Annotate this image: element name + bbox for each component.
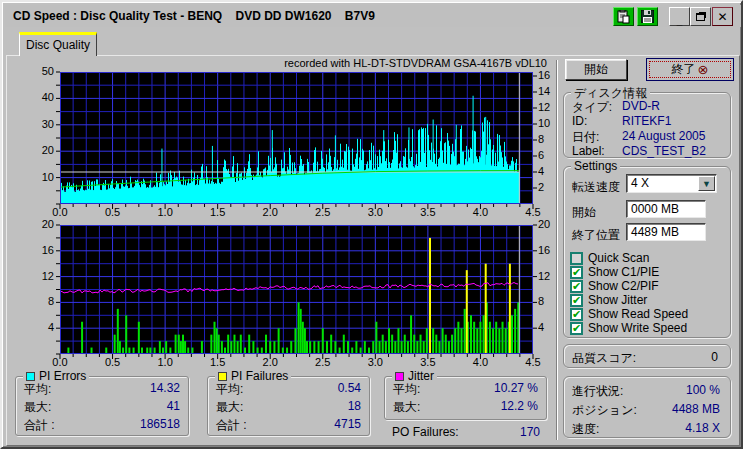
checkbox[interactable]: ✔ — [570, 280, 583, 293]
tab-disc-quality[interactable]: Disc Quality — [19, 32, 97, 56]
app-window: CD Speed : Disc Quality Test - BENQ DVD … — [0, 0, 743, 449]
pi-errors-legend-swatch — [26, 372, 35, 381]
checkbox-row-show-write-speed[interactable]: ✔Show Write Speed — [570, 321, 687, 335]
disc-info-row-value: DVD-R — [622, 99, 660, 113]
jitter-row-value: 12.2 % — [385, 399, 538, 413]
jitter-legend-swatch — [395, 372, 404, 381]
settings-group: Settings 転送速度 4 X ▼ 開始 0000 MB 終了位置 4489… — [563, 166, 731, 338]
checkbox-row-show-c1-pie[interactable]: ✔Show C1/PIE — [570, 265, 659, 279]
checkbox[interactable]: ✔ — [570, 308, 583, 321]
quality-score-group: 品質スコア: 0 — [563, 344, 731, 368]
minimize-button[interactable]: _ — [669, 7, 690, 26]
end-pos-label: 終了位置 — [572, 227, 620, 244]
title-bar[interactable]: CD Speed : Disc Quality Test - BENQ DVD … — [5, 5, 742, 27]
copy-to-clipboard-button[interactable] — [613, 7, 634, 26]
chevron-down-icon: ▼ — [702, 179, 711, 189]
pi-failures-row-value: 4715 — [208, 417, 361, 431]
checkbox-label: Show C1/PIE — [588, 265, 659, 279]
combo-dropdown-button[interactable]: ▼ — [698, 176, 715, 191]
minimize-icon: _ — [677, 15, 683, 26]
checkbox-row-show-c2-pif[interactable]: ✔Show C2/PIF — [570, 279, 659, 293]
po-failures-label: PO Failures: — [392, 425, 459, 439]
disc-info-group: ディスク情報 タイプ:DVD-RID:RITEKF1日付:24 August 2… — [563, 92, 731, 158]
floppy-icon — [641, 10, 654, 23]
progress-group: 進行状況:100 %ポジション:4488 MB速度:4.18 X — [563, 376, 731, 438]
checkbox[interactable]: ✔ — [570, 322, 583, 335]
save-button[interactable] — [637, 7, 658, 26]
disc-info-row-value: 24 August 2005 — [622, 129, 705, 143]
start-pos-label: 開始 — [572, 204, 596, 221]
stop-button-focus: 終了 ⊗ — [649, 61, 731, 78]
checkbox-label: Show Write Speed — [588, 321, 687, 335]
end-pos-value: 4489 MB — [631, 225, 679, 239]
start-button[interactable]: 開始 — [565, 59, 627, 80]
close-icon: ✕ — [717, 10, 727, 24]
pi-errors-row-value: 186518 — [16, 417, 180, 431]
pi-errors-row-value: 14.32 — [16, 381, 180, 395]
pi-failures-row-value: 0.54 — [208, 381, 361, 395]
checkbox-label: Show C2/PIF — [588, 279, 659, 293]
checkbox-row-show-read-speed[interactable]: ✔Show Read Speed — [570, 307, 688, 321]
disc-info-row-label: Label: — [572, 144, 605, 158]
window-title: CD Speed : Disc Quality Test - BENQ DVD … — [13, 9, 375, 23]
clipboard-icon — [617, 10, 630, 24]
checkbox[interactable]: ✔ — [570, 266, 583, 279]
checkbox-label: Show Jitter — [588, 293, 647, 307]
restore-button[interactable] — [690, 7, 711, 26]
speed-combobox[interactable]: 4 X ▼ — [626, 174, 717, 193]
close-button[interactable]: ✕ — [712, 7, 733, 26]
progress-row-value: 4.18 X — [564, 421, 720, 435]
checkbox-label: Quick Scan — [588, 251, 649, 265]
disc-info-row-value: CDS_TEST_B2 — [622, 144, 706, 158]
checkbox-row-quick-scan[interactable]: Quick Scan — [570, 251, 649, 265]
quality-score-label: 品質スコア: — [572, 350, 636, 367]
checkbox-label: Show Read Speed — [588, 307, 688, 321]
disc-info-row-value: RITEKF1 — [622, 114, 671, 128]
pi-failures-legend-swatch — [218, 372, 227, 381]
checkbox[interactable] — [570, 252, 583, 265]
pi-failures-box: PI Failures 平均:0.54最大:18合計 :4715 — [207, 376, 370, 436]
tab-label: Disc Quality — [26, 38, 90, 52]
checkbox-row-show-jitter[interactable]: ✔Show Jitter — [570, 293, 647, 307]
pi-errors-row-value: 41 — [16, 399, 180, 413]
quality-score-value: 0 — [711, 350, 718, 364]
checkbox[interactable]: ✔ — [570, 294, 583, 307]
progress-row-value: 4488 MB — [564, 402, 720, 416]
stop-button[interactable]: 終了 ⊗ — [646, 58, 734, 81]
start-button-label: 開始 — [584, 62, 608, 76]
progress-row-value: 100 % — [564, 383, 720, 397]
start-pos-input[interactable]: 0000 MB — [626, 200, 706, 218]
pi-failures-row-value: 18 — [208, 399, 361, 413]
end-pos-input[interactable]: 4489 MB — [626, 223, 706, 241]
restore-icon — [696, 13, 705, 21]
jitter-box: Jitter 平均:10.27 %最大:12.2 % — [384, 376, 547, 420]
jitter-row-value: 10.27 % — [385, 381, 538, 395]
start-pos-value: 0000 MB — [631, 202, 679, 216]
vertical-divider — [556, 60, 558, 440]
settings-title: Settings — [571, 159, 620, 173]
speed-value: 4 X — [631, 176, 649, 190]
stop-circle-x-icon: ⊗ — [698, 62, 709, 77]
speed-label: 転送速度 — [572, 179, 620, 196]
recorded-with-text: recorded with HL-DT-STDVDRAM GSA-4167B v… — [242, 57, 547, 69]
po-failures-value: 170 — [482, 425, 540, 439]
stop-button-label: 終了 — [672, 61, 696, 78]
disc-info-row-label: ID: — [572, 114, 587, 128]
pi-errors-box: PI Errors 平均:14.32最大:41合計 :186518 — [15, 376, 189, 436]
